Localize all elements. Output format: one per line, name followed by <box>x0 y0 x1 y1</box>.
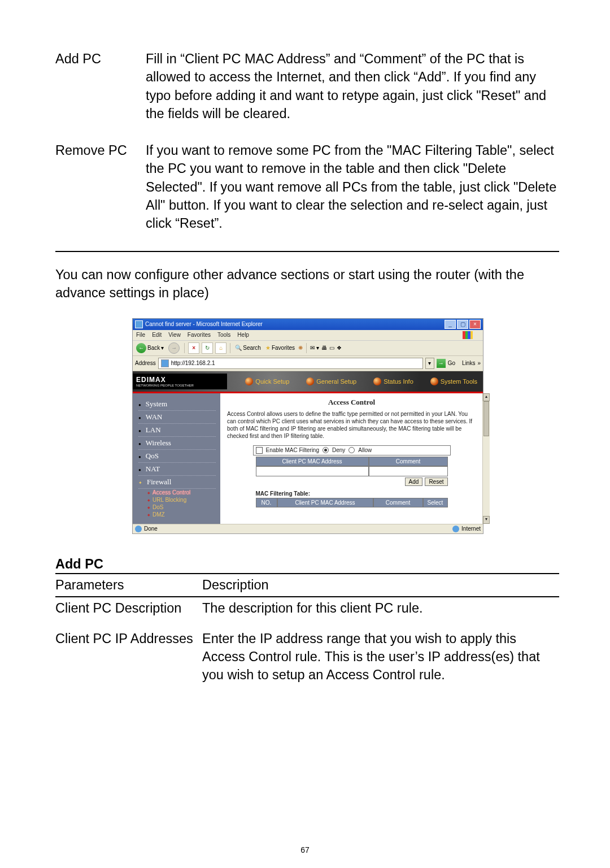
menu-view[interactable]: View <box>168 332 181 338</box>
scroll-up-icon[interactable]: ▴ <box>483 393 490 401</box>
home-button[interactable] <box>215 342 226 354</box>
page-icon <box>161 359 169 367</box>
add-button[interactable]: Add <box>405 478 423 486</box>
main-pane: Access Control Access Control allows use… <box>220 393 483 524</box>
param-row: Client PC IP Addresses Enter the IP addr… <box>55 628 559 686</box>
search-label: Search <box>243 345 261 351</box>
sidebar-sub-access-control[interactable]: Access Control <box>147 489 216 496</box>
definition-label: Add PC <box>55 50 146 123</box>
menu-tools[interactable]: Tools <box>217 332 230 338</box>
back-label: Back <box>147 345 160 351</box>
edit-icon[interactable]: ▭ <box>329 345 334 351</box>
address-dropdown[interactable]: ▾ <box>425 358 434 369</box>
bullet-icon <box>138 478 145 487</box>
go-button[interactable]: → <box>437 359 446 368</box>
menu-edit[interactable]: Edit <box>152 332 162 338</box>
mail-icon[interactable]: ✉ ▾ <box>310 345 319 351</box>
param-name: Client PC IP Addresses <box>55 630 202 684</box>
main-heading: Access Control <box>227 398 476 407</box>
sidebar-item-qos[interactable]: QoS <box>138 450 216 463</box>
history-icon[interactable]: ✺ <box>298 345 303 351</box>
deny-label: Deny <box>332 447 345 453</box>
favorites-label: Favorites <box>272 345 295 351</box>
address-field[interactable]: http://192.168.2.1 <box>158 358 423 369</box>
stop-button[interactable]: × <box>188 342 199 354</box>
sidebar-item-system[interactable]: System <box>138 398 216 411</box>
print-icon[interactable]: 🖶 <box>321 345 327 351</box>
document-page: Add PC Fill in “Client PC MAC Address” a… <box>0 0 610 868</box>
bullet-icon <box>138 426 143 435</box>
scrollbar[interactable]: ▴ ▾ <box>482 393 490 524</box>
links-label[interactable]: Links <box>462 360 475 366</box>
sidebar-item-label: Wireless <box>146 439 171 448</box>
sidebar-sub-label: DoS <box>152 504 163 510</box>
comment-input[interactable] <box>369 466 448 476</box>
router-body: System WAN LAN Wireless QoS NAT Firewall… <box>133 393 483 524</box>
nav-general-setup[interactable]: General Setup <box>306 377 356 385</box>
nav-quick-setup[interactable]: Quick Setup <box>245 377 289 385</box>
brand-logo: EDIMAX NETWORKING PEOPLE TOGETHER <box>133 374 227 389</box>
forward-arrow-icon: → <box>168 342 180 354</box>
sidebar-item-nat[interactable]: NAT <box>138 463 216 476</box>
discuss-icon[interactable]: ❖ <box>337 345 342 351</box>
favorites-button[interactable]: ★ Favorites <box>264 345 296 351</box>
allow-radio[interactable] <box>348 447 355 453</box>
filtering-table-label: MAC Filtering Table: <box>256 491 448 497</box>
bullet-icon <box>138 439 143 448</box>
links-chevron-icon[interactable]: » <box>477 360 481 366</box>
nav-status-info[interactable]: Status Info <box>373 377 413 385</box>
header-description: Description <box>202 576 559 594</box>
separator <box>184 343 185 353</box>
sidebar-item-label: NAT <box>146 465 160 474</box>
mac-input[interactable] <box>256 466 369 476</box>
nav-label: Quick Setup <box>255 378 289 385</box>
reset-button[interactable]: Reset <box>425 478 447 486</box>
input-table-header: Client PC MAC Address Comment <box>256 457 448 466</box>
back-button[interactable]: ← Back ▾ <box>135 343 165 353</box>
menu-favorites[interactable]: Favorites <box>188 332 211 338</box>
col-select-header: Select <box>423 498 448 507</box>
sidebar-item-firewall[interactable]: Firewall <box>138 476 216 489</box>
page-number: 67 <box>0 845 610 854</box>
col-no-header: NO. <box>256 498 277 507</box>
sidebar: System WAN LAN Wireless QoS NAT Firewall… <box>133 393 220 524</box>
enable-filtering-row: Enable MAC Filtering Deny Allow <box>253 445 451 455</box>
close-button[interactable]: × <box>469 320 481 329</box>
button-row: Add Reset <box>256 478 448 486</box>
status-text: Done <box>144 526 158 532</box>
menu-help[interactable]: Help <box>237 332 249 338</box>
sidebar-sub-dos[interactable]: DoS <box>147 504 216 511</box>
sidebar-item-lan[interactable]: LAN <box>138 424 216 437</box>
col-comment-header: Comment <box>373 498 423 507</box>
scroll-down-icon[interactable]: ▾ <box>483 516 490 524</box>
nav-label: System Tools <box>441 378 477 385</box>
scroll-thumb[interactable] <box>483 401 489 436</box>
input-table-row <box>256 466 448 476</box>
nav-label: General Setup <box>316 378 356 385</box>
window-titlebar: Cannot find server - Microsoft Internet … <box>133 319 483 330</box>
enable-checkbox[interactable] <box>256 447 263 454</box>
sidebar-item-label: Firewall <box>147 478 171 487</box>
deny-radio[interactable] <box>323 447 329 453</box>
separator <box>230 343 230 353</box>
sidebar-sub-dmz[interactable]: DMZ <box>147 511 216 518</box>
sidebar-item-wan[interactable]: WAN <box>138 411 216 424</box>
minimize-button[interactable]: _ <box>445 320 456 329</box>
definition-add-pc: Add PC Fill in “Client PC MAC Address” a… <box>55 50 559 123</box>
router-header: EDIMAX NETWORKING PEOPLE TOGETHER Quick … <box>133 371 483 393</box>
sidebar-item-label: LAN <box>146 426 161 435</box>
sidebar-item-wireless[interactable]: Wireless <box>138 437 216 450</box>
maximize-button[interactable]: ▢ <box>457 320 468 329</box>
refresh-button[interactable] <box>202 342 213 354</box>
window-title: Cannot find server - Microsoft Internet … <box>145 321 443 327</box>
col-comment-header: Comment <box>369 457 448 466</box>
search-button[interactable]: 🔍 Search <box>234 345 262 351</box>
forward-button[interactable]: → <box>167 342 181 354</box>
param-row: Client PC Description The description fo… <box>55 597 559 620</box>
ie-icon <box>135 320 143 328</box>
nav-system-tools[interactable]: System Tools <box>430 377 477 385</box>
sidebar-sub-url-blocking[interactable]: URL Blocking <box>147 496 216 504</box>
menu-file[interactable]: File <box>136 332 145 338</box>
col-mac-header: Client PC MAC Address <box>277 498 373 507</box>
star-icon: ★ <box>265 345 271 351</box>
